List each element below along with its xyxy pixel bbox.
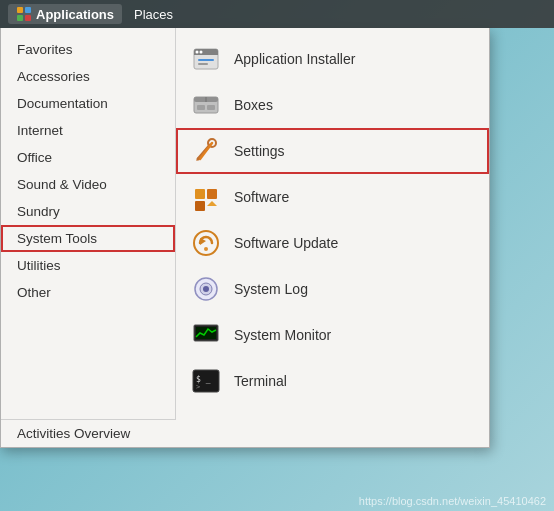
system-monitor-label: System Monitor — [234, 327, 331, 343]
sidebar-item-sundry[interactable]: Sundry — [1, 198, 175, 225]
svg-rect-14 — [197, 105, 205, 110]
app-installer-label: Application Installer — [234, 51, 355, 67]
sidebar-items-list: Favorites Accessories Documentation Inte… — [1, 36, 175, 306]
software-update-label: Software Update — [234, 235, 338, 251]
applications-icon — [16, 6, 32, 22]
terminal-icon: $ _ > — [188, 363, 224, 399]
svg-rect-1 — [25, 7, 31, 13]
svg-rect-9 — [198, 59, 214, 61]
svg-rect-21 — [195, 201, 205, 211]
svg-point-23 — [194, 231, 218, 255]
places-menu-button[interactable]: Places — [126, 5, 181, 24]
sidebar-item-utilities[interactable]: Utilities — [1, 252, 175, 279]
menu-item-system-monitor[interactable]: System Monitor — [176, 312, 489, 358]
menu-item-software[interactable]: Software — [176, 174, 489, 220]
svg-rect-10 — [198, 63, 208, 65]
menu-item-settings[interactable]: Settings — [176, 128, 489, 174]
svg-rect-15 — [207, 105, 215, 110]
menu-item-boxes[interactable]: Boxes — [176, 82, 489, 128]
svg-point-25 — [204, 247, 208, 251]
menu-item-system-log[interactable]: System Log — [176, 266, 489, 312]
sidebar-bottom-section: Activities Overview — [1, 419, 176, 447]
sidebar-item-favorites[interactable]: Favorites — [1, 36, 175, 63]
svg-rect-19 — [195, 189, 205, 199]
sidebar-item-other[interactable]: Other — [1, 279, 175, 306]
system-monitor-icon — [188, 317, 224, 353]
sidebar-item-activities[interactable]: Activities Overview — [1, 420, 176, 447]
app-installer-icon — [188, 41, 224, 77]
sidebar-item-documentation[interactable]: Documentation — [1, 90, 175, 117]
svg-rect-20 — [207, 189, 217, 199]
watermark: https://blog.csdn.net/weixin_45410462 — [359, 495, 546, 507]
boxes-icon — [188, 87, 224, 123]
sidebar-item-sound-video[interactable]: Sound & Video — [1, 171, 175, 198]
svg-point-7 — [196, 51, 199, 54]
svg-line-18 — [200, 143, 212, 159]
applications-menu: Favorites Accessories Documentation Inte… — [0, 28, 490, 448]
sidebar-item-office[interactable]: Office — [1, 144, 175, 171]
svg-text:>: > — [196, 383, 200, 391]
boxes-label: Boxes — [234, 97, 273, 113]
sidebar-item-accessories[interactable]: Accessories — [1, 63, 175, 90]
svg-rect-2 — [17, 15, 23, 21]
system-log-label: System Log — [234, 281, 308, 297]
menu-content-area: Application Installer Boxes — [176, 28, 489, 447]
sidebar-item-system-tools[interactable]: System Tools — [1, 225, 175, 252]
svg-rect-3 — [25, 15, 31, 21]
svg-rect-0 — [17, 7, 23, 13]
menu-item-software-update[interactable]: Software Update — [176, 220, 489, 266]
menu-item-terminal[interactable]: $ _ > Terminal — [176, 358, 489, 404]
system-log-icon — [188, 271, 224, 307]
settings-icon — [188, 133, 224, 169]
applications-menu-button[interactable]: Applications — [8, 4, 122, 24]
topbar: Applications Places — [0, 0, 554, 28]
applications-label: Applications — [36, 7, 114, 22]
sidebar-item-internet[interactable]: Internet — [1, 117, 175, 144]
software-label: Software — [234, 189, 289, 205]
menu-item-app-installer[interactable]: Application Installer — [176, 36, 489, 82]
svg-marker-22 — [207, 201, 217, 206]
software-update-icon — [188, 225, 224, 261]
settings-label: Settings — [234, 143, 285, 159]
svg-point-8 — [200, 51, 203, 54]
software-icon — [188, 179, 224, 215]
svg-point-28 — [203, 286, 209, 292]
terminal-label: Terminal — [234, 373, 287, 389]
menu-sidebar: Favorites Accessories Documentation Inte… — [1, 28, 176, 447]
